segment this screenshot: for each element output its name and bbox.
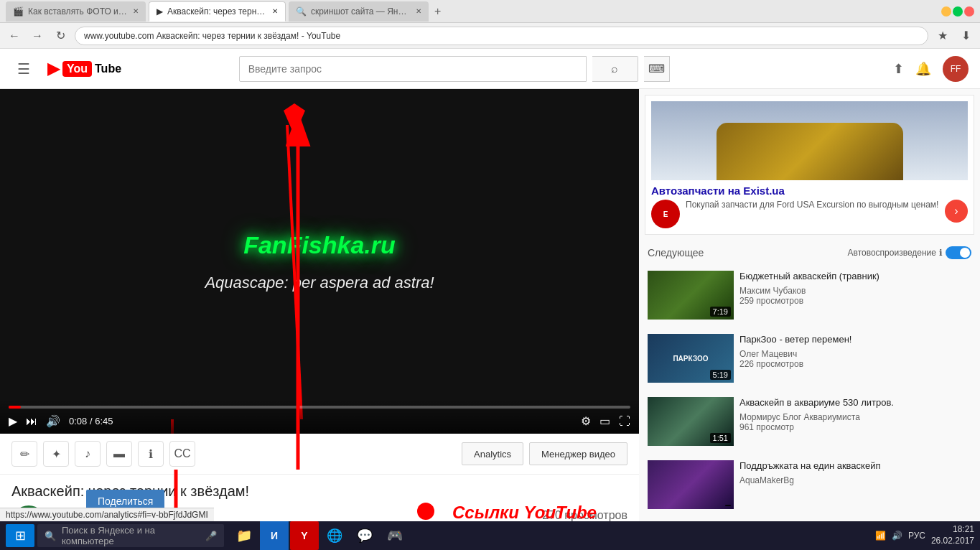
info-icon: ℹ [149, 447, 153, 461]
tab-1[interactable]: 🎬 Как вставлять ФОТО и ВИД... ✕ [6, 1, 146, 22]
windows-icon: ⊞ [15, 528, 26, 544]
music-button[interactable]: ♪ [75, 441, 101, 467]
sidebar-video-1[interactable]: ПАРКЗОО 5:19 ПаркЗоо - ветер перемен! Ол… [645, 328, 974, 388]
tab-2-close[interactable]: ✕ [272, 7, 278, 15]
minimize-button[interactable] [941, 6, 951, 17]
autoplay-text: Автовоспроизведение [848, 248, 936, 258]
text-button[interactable]: ▬ [106, 441, 132, 467]
video-subtitle: Aquascape: per aspera ad astra! [205, 274, 434, 292]
sidebar-info-2: Акваскейп в аквариуме 530 литров. Мормир… [739, 397, 971, 446]
close-button[interactable] [964, 6, 974, 17]
sidebar-channel-1: Олег Мацевич [739, 349, 971, 359]
autoplay-info-icon: ℹ [939, 248, 943, 258]
ad-title[interactable]: Автозапчасти на Exist.ua [651, 185, 968, 197]
start-button[interactable]: ⊞ [6, 524, 34, 547]
video-manager-button[interactable]: Менеджер видео [529, 442, 627, 465]
microphone-icon[interactable]: 🎤 [205, 531, 217, 541]
sidebar-title-1: ПаркЗоо - ветер перемен! [739, 334, 971, 346]
refresh-button[interactable]: ↻ [52, 27, 69, 45]
edit-icon: ✏ [20, 447, 29, 461]
cc-button[interactable]: CC [169, 441, 195, 467]
sidebar-duration-0: 7:19 [710, 307, 731, 317]
tab-3[interactable]: 🔍 скриншот сайта — Яндекс... ✕ [289, 1, 429, 22]
sidebar-duration-3 [725, 505, 731, 506]
below-video-actions: ✏ ✦ ♪ ▬ ℹ CC Analytics Менеджер видео [0, 434, 639, 475]
miniplayer-button[interactable]: ▭ [599, 414, 610, 428]
forward-button[interactable]: → [29, 27, 46, 45]
user-avatar[interactable]: FF [943, 56, 969, 82]
taskbar-app-skype[interactable]: 💬 [350, 521, 379, 550]
sidebar-info-3: Поддръжката на един акваскейп AquaMakerB… [739, 460, 971, 509]
right-controls: ⚙ ▭ ⛶ [581, 414, 630, 428]
autoplay-header: Следующее Автовоспроизведение ℹ [645, 241, 974, 265]
cc-icon: CC [174, 447, 190, 460]
taskbar-app-chrome[interactable]: 🌐 [320, 521, 349, 550]
ad-logo: E [651, 200, 680, 228]
sidebar-thumb-3 [648, 460, 734, 509]
taskbar-search-icon: 🔍 [45, 531, 56, 541]
magic-button[interactable]: ✦ [43, 441, 69, 467]
address-bar[interactable]: www.youtube.com Акваскейп: через тернии … [75, 27, 928, 45]
sidebar-thumb-1: ПАРКЗОО 5:19 [648, 334, 734, 383]
sidebar: Автозапчасти на Exist.ua E Покупай запча… [639, 89, 980, 521]
keyboard-button[interactable]: ⌨ [644, 56, 670, 82]
back-button[interactable]: ← [6, 27, 23, 45]
url-text: www.youtube.com Акваскейп: через тернии … [84, 31, 340, 41]
tab-3-icon: 🔍 [296, 6, 307, 17]
time-display: 0:08 / 6:45 [69, 416, 113, 427]
taskbar-app-files[interactable]: 📁 [230, 521, 258, 550]
sound-icon: 🔊 [892, 531, 902, 541]
taskbar-search[interactable]: 🔍 Поиск в Яндексе и на компьютере 🎤 [37, 524, 224, 547]
taskbar-app-game[interactable]: 🎮 [381, 521, 409, 550]
main-content: FanFishka.ru Aquascape: per aspera ad as… [0, 89, 980, 521]
autoplay-toggle-thumb [960, 248, 970, 258]
analytics-button[interactable]: Analytics [462, 442, 523, 465]
sidebar-title-3: Поддръжката на един акваскейп [739, 460, 971, 472]
sidebar-title-2: Акваскейп в аквариуме 530 литров. [739, 397, 971, 409]
maximize-button[interactable] [953, 6, 963, 17]
sidebar-duration-2: 1:51 [710, 433, 731, 443]
text-icon: ▬ [113, 447, 125, 460]
sidebar-views-1: 226 просмотров [739, 359, 971, 369]
magic-icon: ✦ [52, 447, 61, 461]
youtube-header: ☰ ▶ YouTube ⌕ ⌨ ⬆ 🔔 FF [0, 49, 980, 89]
tab-2[interactable]: ▶ Акваскейп: через тернии... ✕ [149, 1, 286, 22]
youtube-logo[interactable]: ▶ YouTube [47, 60, 121, 78]
tab-1-close[interactable]: ✕ [133, 7, 139, 15]
sidebar-video-0[interactable]: 7:19 Бюджетный акваскейп (травник) Макси… [645, 265, 974, 325]
upload-icon[interactable]: ⬆ [893, 61, 904, 77]
next-button[interactable]: ⏭ [26, 415, 37, 428]
search-button[interactable]: ⌕ [592, 56, 638, 82]
taskbar-app-yandex[interactable]: Y [290, 521, 319, 550]
date-text: 26.02.2017 [931, 536, 974, 547]
play-button[interactable]: ▶ [9, 414, 17, 428]
sidebar-video-2[interactable]: 1:51 Акваскейп в аквариуме 530 литров. М… [645, 391, 974, 452]
video-player[interactable]: FanFishka.ru Aquascape: per aspera ad as… [0, 89, 639, 434]
ad-body-text: Покупай запчасти для Ford USA Excursion … [686, 200, 938, 210]
info-button[interactable]: ℹ [138, 441, 164, 467]
autoplay-toggle-track[interactable] [946, 246, 971, 259]
hamburger-menu[interactable]: ☰ [11, 55, 36, 83]
language-icon: РУС [908, 531, 925, 541]
fullscreen-button[interactable]: ⛶ [619, 415, 630, 428]
browser-titlebar: 🎬 Как вставлять ФОТО и ВИД... ✕ ▶ Акваск… [0, 0, 980, 23]
ad-cta-button[interactable]: › [945, 200, 968, 223]
volume-button[interactable]: 🔊 [46, 414, 60, 428]
ad-logo-text: E [663, 210, 668, 218]
tab-1-icon: 🎬 [13, 6, 24, 17]
yt-logo-tube: Tube [95, 62, 121, 75]
taskbar-app-browser[interactable]: И [260, 521, 289, 550]
settings-button[interactable]: ⚙ [581, 414, 591, 428]
notifications-icon[interactable]: 🔔 [915, 61, 931, 77]
edit-button[interactable]: ✏ [11, 441, 37, 467]
address-bar-container: ← → ↻ www.youtube.com Акваскейп: через т… [0, 23, 980, 49]
download-button[interactable]: ⬇ [957, 27, 974, 45]
progress-bar-bg[interactable] [9, 406, 630, 409]
video-controls: ▶ ⏭ 🔊 0:08 / 6:45 ⚙ ▭ ⛶ [0, 400, 639, 434]
view-count: 270 просмотров [542, 509, 627, 521]
tab-3-close[interactable]: ✕ [416, 7, 421, 15]
sidebar-video-3[interactable]: Поддръжката на един акваскейп AquaMakerB… [645, 455, 974, 515]
search-input[interactable] [239, 56, 587, 82]
new-tab-button[interactable]: + [431, 5, 444, 18]
bookmark-button[interactable]: ★ [934, 27, 951, 45]
